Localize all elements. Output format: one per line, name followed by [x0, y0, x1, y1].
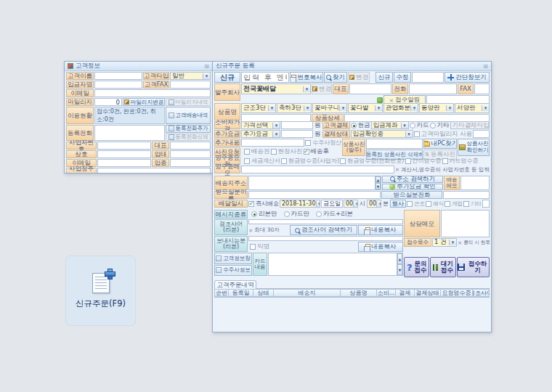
business-type-field[interactable]: [170, 150, 211, 158]
product-select-3[interactable]: 꽃바구니: [312, 103, 347, 113]
event-etc-checkbox[interactable]: 기타: [463, 200, 482, 208]
event-wedding-checkbox[interactable]: 예식: [426, 200, 444, 208]
mileage-history-button[interactable]: 마일리지내역: [166, 98, 211, 106]
product-select-7[interactable]: 서양란: [455, 103, 490, 113]
browse-pc-button[interactable]: 내PC찾기: [423, 139, 457, 149]
confirm-photo-button[interactable]: 상품사진 확인하기: [458, 139, 490, 156]
price-field[interactable]: [281, 121, 313, 129]
orderer-ceo-field[interactable]: [349, 83, 391, 94]
cash-radio[interactable]: 현금: [351, 121, 370, 129]
extra-content-field[interactable]: [241, 139, 304, 147]
customer-info-window-button[interactable]: 고객정보창: [214, 253, 252, 264]
dock-pin-icon[interactable]: ⊞: [483, 63, 488, 70]
product-select-2[interactable]: 축하3단: [277, 103, 312, 113]
mileage-use-checkbox[interactable]: 고객마일리지 사용: [414, 130, 473, 138]
bundle-count-select[interactable]: 1 건: [432, 238, 457, 247]
customer-name-field[interactable]: [94, 72, 142, 80]
mileage-use-field[interactable]: [473, 130, 490, 138]
tax-invoice-checkbox[interactable]: 세금계산서: [244, 157, 280, 165]
recipient-name-field[interactable]: [248, 191, 381, 199]
order-table-body[interactable]: [214, 297, 490, 298]
col-product[interactable]: 상품명: [341, 289, 377, 297]
email-field[interactable]: [94, 89, 211, 97]
sender-field[interactable]: [248, 236, 403, 241]
address-search-button[interactable]: 주소 검색하기: [382, 176, 443, 183]
product-select-6[interactable]: 동양란: [419, 103, 454, 113]
receipt-memo-field[interactable]: [241, 166, 394, 173]
condolence-search-button[interactable]: 경조사어 검색하기: [290, 225, 357, 235]
ceo-field[interactable]: [170, 142, 211, 150]
after-delivery-checkbox[interactable]: ✓배송후: [304, 147, 330, 156]
product-photo-field[interactable]: [366, 139, 423, 149]
condolence-field[interactable]: [248, 219, 403, 224]
card-receipt-checkbox[interactable]: 카드영수증: [442, 157, 479, 165]
orderer-tel-field[interactable]: [409, 83, 457, 94]
col-status[interactable]: 상태: [253, 289, 274, 297]
customer-delivery-history-button[interactable]: 고객배송내역: [166, 107, 211, 124]
price-select[interactable]: 가격선택: [241, 121, 280, 129]
depositor-field[interactable]: [94, 81, 142, 89]
hour-select[interactable]: 00: [344, 200, 358, 208]
dock-pin-icon[interactable]: ⊞: [204, 63, 209, 70]
extra-charge-field[interactable]: [281, 130, 313, 138]
immediate-delivery-checkbox[interactable]: ✓즉시배송: [248, 200, 279, 208]
event-opening-checkbox[interactable]: 개업: [445, 200, 463, 208]
col-receipt[interactable]: 요청영수증: [441, 289, 473, 297]
ribbon-only-radio[interactable]: 리본만: [251, 210, 277, 219]
copy-content2-button[interactable]: 내용복사: [358, 242, 403, 252]
before-delivery-checkbox[interactable]: 배송전: [244, 147, 270, 156]
site-photo-checkbox[interactable]: 현장사진: [271, 147, 303, 156]
phone-add-button[interactable]: 등록전화추가: [166, 125, 211, 133]
col-pay-status[interactable]: 결제상태: [415, 289, 441, 297]
change-button[interactable]: 변경: [348, 72, 370, 83]
customer-fax-field[interactable]: [170, 81, 211, 89]
submit-button[interactable]: 접수하기: [457, 257, 490, 277]
etc-type-select[interactable]: 기타결제타입: [450, 121, 490, 129]
inquiry-button[interactable]: ? 문의 접수: [404, 257, 429, 277]
cash-receipt-biz-checkbox[interactable]: 현금영수증(사업자): [281, 157, 339, 165]
product-select-1[interactable]: 근조3단: [241, 103, 276, 113]
order-number-field[interactable]: [412, 72, 444, 83]
counsel-memo-field[interactable]: [441, 210, 490, 237]
orderer-company-select[interactable]: 전국꽃배달: [241, 83, 311, 94]
recipient-phone-field[interactable]: [443, 191, 490, 199]
phone-delete-button[interactable]: 등록전화삭제: [166, 134, 211, 142]
cash-receipt-phone-checkbox[interactable]: 현금영수증(전화번호): [340, 157, 404, 165]
registered-phone-field[interactable]: [94, 125, 165, 141]
col-reg-date[interactable]: 등록일: [229, 289, 253, 297]
delivery-address-field[interactable]: ▲ ▼: [248, 176, 381, 190]
col-consumer[interactable]: 소비...: [377, 289, 396, 297]
email2-field[interactable]: [97, 159, 151, 167]
fee-check-button[interactable]: 추가요금 확인: [382, 184, 443, 191]
copy-content-button[interactable]: 내용복사: [358, 225, 403, 235]
edit-button[interactable]: 수정: [394, 72, 411, 83]
event-field[interactable]: [482, 200, 490, 208]
etc-radio[interactable]: 기타: [430, 121, 450, 129]
vendor-info-button[interactable]: 수주사정보: [214, 265, 252, 277]
change2-button[interactable]: 변경: [312, 83, 332, 94]
extra-charge-select[interactable]: 추가요금: [241, 130, 280, 138]
new-small-button[interactable]: 신규: [376, 72, 393, 83]
event-funeral-checkbox[interactable]: 근조: [407, 200, 425, 208]
mileage-field[interactable]: 0: [94, 98, 122, 106]
address-scrollbar[interactable]: ▲ ▼: [375, 176, 381, 189]
simple-receipt-checkbox[interactable]: 간이영수증: [405, 157, 442, 165]
mileage-change-button[interactable]: 마일리지변경: [123, 98, 165, 106]
minute-select[interactable]: 00: [367, 200, 381, 208]
col-condolence[interactable]: 경조사어: [473, 289, 490, 297]
customer-type-select[interactable]: 일반: [170, 72, 211, 80]
customer-orders-tab[interactable]: 고객주문내역: [214, 280, 256, 289]
simple-view-button[interactable]: 간단창보기: [445, 72, 490, 83]
anonymous-checkbox[interactable]: 익명: [250, 242, 269, 252]
card-ribbon-radio[interactable]: 카드+리본: [316, 210, 353, 219]
payment-status-select[interactable]: 입금확인중: [351, 130, 413, 138]
col-payment[interactable]: 결제: [396, 289, 415, 297]
company-field[interactable]: [97, 150, 151, 158]
business-address-field[interactable]: [97, 168, 211, 173]
orderer-fax-field[interactable]: [474, 83, 490, 94]
new-order-launcher-button[interactable]: 신규주문(F9): [65, 256, 136, 326]
card-radio[interactable]: 카드: [410, 121, 429, 129]
col-destination[interactable]: 배송지: [274, 289, 341, 297]
order-search-input[interactable]: [241, 72, 289, 83]
product-select-5[interactable]: 관엽화분: [383, 103, 418, 113]
